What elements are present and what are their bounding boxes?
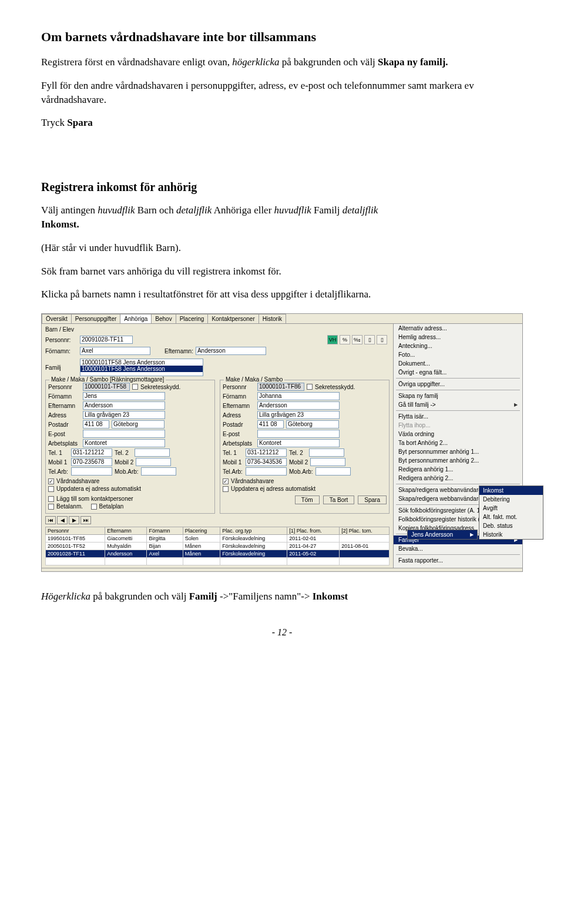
adress-input[interactable]: Lilla gråvägen 23 [83,411,165,419]
epost-input[interactable] [257,430,340,438]
col-placering[interactable]: Placering [183,527,220,535]
familj-select[interactable]: 10000101TF58 Jens Andersson 10000101TF58… [80,359,203,376]
tool-icon[interactable]: ▯ [364,335,375,344]
spara-button[interactable]: Spara [358,496,387,504]
tab-historik[interactable]: Historik [258,314,286,323]
fornamn-input[interactable]: Axel [80,347,150,355]
postort-input[interactable]: Göteborg [286,420,339,428]
telarb-input[interactable] [71,467,112,476]
adress-input[interactable]: Lilla gråvägen 23 [257,411,340,419]
menu-skapa-familj[interactable]: Skapa ny familj [394,391,522,400]
submenu-historik[interactable]: Historik [479,530,543,539]
percent-icon[interactable]: % [340,335,350,344]
prev-icon[interactable]: ◀ [57,516,68,524]
menu-flytta-ihop: Flytta ihop... [394,421,522,430]
table-row[interactable]: 20050101-TF52MuhyaldinBijanMånenFörskole… [46,543,390,550]
table-row-selected[interactable]: 20091028-TF11AnderssonAxelMånenFörskolea… [46,550,390,558]
mobil2-input[interactable] [136,458,171,466]
tom-button[interactable]: Töm [295,496,320,504]
tab-behov[interactable]: Behov [151,314,176,323]
lagg-checkbox[interactable] [48,496,54,502]
postnr-input[interactable]: 411 08 [257,420,284,428]
table-row[interactable] [46,558,390,565]
next-icon[interactable]: ▶ [69,516,79,524]
menu-ovriga[interactable]: Övriga uppgifter... [394,380,522,389]
familj-option-selected[interactable]: 10000101TF58 Jens Andersson [80,366,203,372]
menu-bevaka[interactable]: Bevaka... [394,544,522,553]
tel2-input[interactable] [135,448,170,457]
betalplan-checkbox[interactable] [91,504,97,510]
tel2-input[interactable] [309,448,344,457]
tab-personuppgifter[interactable]: Personuppgifter [71,314,121,323]
mobil2-input[interactable] [310,458,345,466]
sekret-checkbox[interactable] [307,384,313,390]
vardnads-checkbox[interactable] [223,478,229,484]
col-plactom[interactable]: [2] Plac. tom. [340,527,390,535]
col-efternamn[interactable]: Efternamn [105,527,147,535]
mobarb-input[interactable] [315,467,351,476]
menu-byt-1[interactable]: Byt personnummer anhörig 1... [394,447,522,456]
menu-separator [396,378,520,379]
tab-kontaktpersoner[interactable]: Kontaktpersoner [207,314,258,323]
submenu-debitering[interactable]: Debitering [479,495,543,504]
vardnads-checkbox[interactable] [48,478,54,484]
menu-fasta[interactable]: Fasta rapporter... [394,556,522,565]
cell: 20050101-TF52 [46,543,105,550]
fornamn-input[interactable]: Jens [83,392,165,400]
menu-tabort-anhorig[interactable]: Ta bort Anhörig 2... [394,438,522,447]
telarb-input[interactable] [246,467,287,476]
sekret-checkbox[interactable] [132,384,138,390]
epost-input[interactable] [83,430,165,438]
uppd-checkbox[interactable] [223,486,229,492]
efternamn-input[interactable]: Andersson [83,401,165,410]
tool-icon[interactable]: ▯ [377,335,387,344]
vh-badge[interactable]: VH [327,335,338,344]
percent2-icon[interactable]: %₂ [352,335,362,344]
arbetsplats-input[interactable]: Kontoret [83,439,165,447]
first-icon[interactable]: ⏮ [45,516,56,524]
tab-placering[interactable]: Placering [176,314,209,323]
submenu-altfakt[interactable]: Alt. fakt. mot. [479,513,543,521]
menu-vaxla[interactable]: Växla ordning [394,430,522,438]
submenu-familjer: Jens Andersson▶ [407,530,478,540]
col-fornamn[interactable]: Förnamn [147,527,183,535]
menu-alt-adress[interactable]: Alternativ adress... [394,324,522,333]
menu-flytta-isar[interactable]: Flytta isär... [394,412,522,421]
table-row[interactable]: 19950101-TF85GiacomettiBirgittaSolenFörs… [46,535,390,543]
submenu-family-name[interactable]: Jens Andersson▶ [408,530,477,539]
familj-option[interactable]: 10000101TF58 Jens Andersson [80,359,203,366]
col-orgtyp[interactable]: Plac. org.typ [220,527,287,535]
arbetsplats-input[interactable]: Kontoret [257,439,340,447]
postnr-input[interactable]: 411 08 [83,420,109,428]
tab-oversikt[interactable]: Översikt [42,314,72,323]
tabort-button[interactable]: Ta Bort [323,496,355,504]
betalanm-checkbox[interactable] [48,504,54,510]
submenu-avgift[interactable]: Avgift [479,504,543,513]
mobarb-input[interactable] [141,467,176,476]
menu-anteckning[interactable]: Anteckning... [394,342,522,350]
menu-foto[interactable]: Foto... [394,350,522,359]
menu-ga-till-familj[interactable]: Gå till familj ->▶ [394,400,522,409]
submenu-debstatus[interactable]: Deb. status [479,521,543,530]
col-personnr[interactable]: Personnr [46,527,105,535]
tel1-input[interactable]: 031-121212 [71,448,112,457]
menu-ovrigt[interactable]: Övrigt - egna fält... [394,368,522,377]
efternamn-input[interactable]: Andersson [257,401,340,410]
postort-input[interactable]: Göteborg [112,420,164,428]
submenu-inkomst[interactable]: Inkomst [479,486,543,495]
mobil1-input[interactable]: 070-235678 [71,458,112,466]
uppd-checkbox[interactable] [48,486,54,492]
menu-hemlig-adress[interactable]: Hemlig adress... [394,333,522,342]
menu-byt-2[interactable]: Byt personnummer anhörig 2... [394,456,522,465]
last-icon[interactable]: ⏭ [80,516,91,524]
tab-anhoriga[interactable]: Anhöriga [120,314,152,323]
fornamn-input[interactable]: Johanna [257,392,340,400]
personnr-input[interactable]: 20091028-TF11 [80,336,133,344]
menu-red-2[interactable]: Redigera anhörig 2... [394,474,522,483]
tel1-input[interactable]: 031-121212 [246,448,287,457]
menu-red-1[interactable]: Redigera anhörig 1... [394,465,522,474]
mobil1-input[interactable]: 0736-343536 [246,458,287,466]
efternamn-input[interactable]: Andersson [196,347,266,355]
menu-dokument[interactable]: Dokument... [394,359,522,368]
col-placfrom[interactable]: [1] Plac. from. [287,527,340,535]
